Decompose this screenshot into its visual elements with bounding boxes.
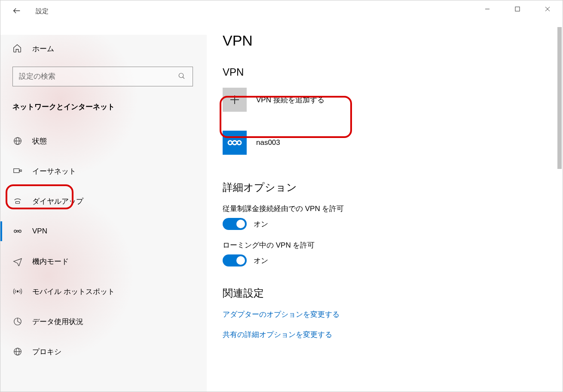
close-button[interactable] bbox=[532, 0, 563, 18]
sidebar-item-hotspot[interactable]: モバイル ホットスポット bbox=[0, 276, 207, 306]
sidebar-item-label: 状態 bbox=[32, 136, 47, 146]
link-sharing-options[interactable]: 共有の詳細オプションを変更する bbox=[223, 330, 558, 340]
toggle-state-label: オン bbox=[254, 256, 268, 266]
svg-point-15 bbox=[17, 291, 18, 292]
add-vpn-button[interactable]: VPN 接続を追加する bbox=[223, 88, 558, 112]
ethernet-icon bbox=[12, 166, 23, 176]
svg-line-5 bbox=[183, 77, 184, 79]
main-content: VPN VPN VPN 接続を追加する nas003 詳細オプション 従量制課金… bbox=[223, 31, 558, 392]
vpn-icon bbox=[12, 226, 23, 236]
vpn-connection-icon bbox=[223, 131, 247, 155]
sidebar-item-data-usage[interactable]: データ使用状況 bbox=[0, 306, 207, 337]
page-title: VPN bbox=[223, 32, 558, 49]
app-title: 設定 bbox=[36, 7, 49, 15]
sidebar-item-label: ダイヤルアップ bbox=[32, 196, 83, 206]
add-vpn-label: VPN 接続を追加する bbox=[256, 95, 324, 105]
back-button[interactable] bbox=[11, 5, 23, 17]
dialup-icon bbox=[12, 196, 23, 206]
svg-point-14 bbox=[19, 230, 21, 233]
home-icon bbox=[12, 43, 23, 54]
section-related-heading: 関連設定 bbox=[223, 286, 558, 300]
data-usage-icon bbox=[12, 316, 23, 327]
svg-rect-1 bbox=[515, 7, 520, 11]
section-advanced-heading: 詳細オプション bbox=[223, 181, 558, 194]
sidebar-item-status[interactable]: 状態 bbox=[0, 126, 207, 156]
section-vpn-heading: VPN bbox=[223, 66, 558, 78]
sidebar-item-ethernet[interactable]: イーサネット bbox=[0, 156, 207, 186]
vpn-connection-name: nas003 bbox=[256, 138, 280, 147]
sidebar-item-airplane[interactable]: 機内モード bbox=[0, 246, 207, 276]
toggle-roaming-vpn[interactable] bbox=[223, 254, 247, 266]
airplane-icon bbox=[12, 256, 23, 266]
search-icon bbox=[178, 72, 187, 81]
maximize-button[interactable] bbox=[502, 0, 532, 18]
toggle-metered-vpn[interactable] bbox=[223, 218, 247, 230]
link-adapter-options[interactable]: アダプターのオプションを変更する bbox=[223, 309, 558, 319]
network-status-icon bbox=[12, 136, 23, 146]
window-controls bbox=[472, 0, 563, 18]
minimize-button[interactable] bbox=[472, 0, 502, 18]
scrollbar[interactable] bbox=[557, 27, 562, 169]
sidebar-item-label: イーサネット bbox=[32, 166, 76, 176]
sidebar-item-label: プロキシ bbox=[32, 347, 61, 357]
svg-rect-10 bbox=[20, 170, 22, 172]
sidebar: ホーム ネットワークとインターネット 状態 イーサネット ダイヤルアップ bbox=[0, 35, 207, 392]
sidebar-item-vpn[interactable]: VPN bbox=[0, 216, 207, 246]
sidebar-item-label: 機内モード bbox=[32, 257, 69, 266]
option-label: ローミング中の VPN を許可 bbox=[223, 240, 558, 250]
hotspot-icon bbox=[12, 286, 23, 297]
sidebar-item-proxy[interactable]: プロキシ bbox=[0, 337, 207, 367]
svg-point-22 bbox=[228, 141, 232, 145]
sidebar-item-label: データ使用状況 bbox=[32, 317, 83, 327]
sidebar-nav-list: 状態 イーサネット ダイヤルアップ VPN 機内モード bbox=[0, 126, 207, 367]
sidebar-home-label: ホーム bbox=[32, 44, 54, 54]
svg-point-23 bbox=[237, 141, 241, 145]
svg-rect-9 bbox=[14, 169, 19, 173]
search-box[interactable] bbox=[12, 67, 193, 86]
proxy-icon bbox=[12, 346, 23, 357]
plus-icon bbox=[223, 88, 247, 112]
vpn-connection-item[interactable]: nas003 bbox=[223, 131, 558, 155]
sidebar-home[interactable]: ホーム bbox=[12, 43, 54, 54]
toggle-state-label: オン bbox=[254, 219, 268, 229]
svg-point-4 bbox=[179, 73, 184, 78]
svg-point-13 bbox=[14, 230, 17, 233]
search-input[interactable] bbox=[19, 72, 178, 81]
option-metered-vpn: 従量制課金接続経由での VPN を許可 オン bbox=[223, 204, 558, 230]
sidebar-category: ネットワークとインターネット bbox=[12, 102, 115, 112]
sidebar-item-label: モバイル ホットスポット bbox=[32, 287, 115, 297]
sidebar-item-label: VPN bbox=[32, 227, 47, 236]
option-roaming-vpn: ローミング中の VPN を許可 オン bbox=[223, 240, 558, 266]
sidebar-item-dialup[interactable]: ダイヤルアップ bbox=[0, 186, 207, 216]
option-label: 従量制課金接続経由での VPN を許可 bbox=[223, 204, 558, 214]
svg-rect-12 bbox=[15, 202, 19, 204]
